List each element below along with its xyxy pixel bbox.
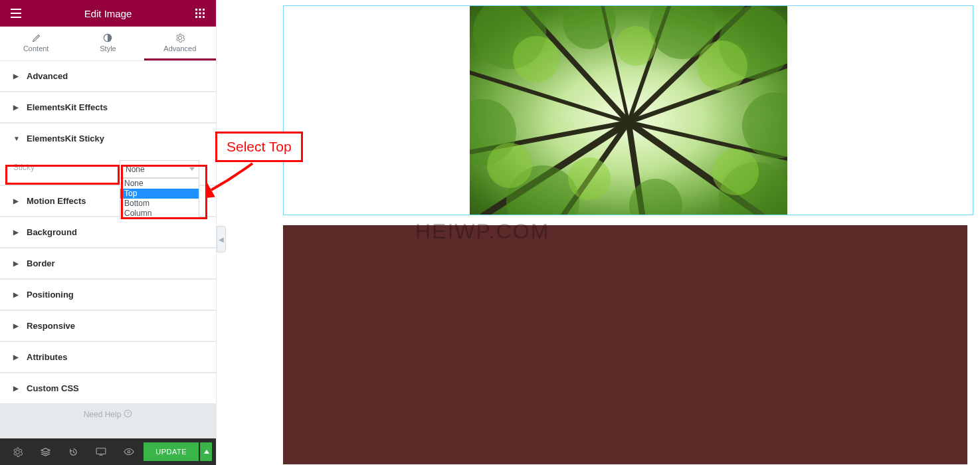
sticky-option-column[interactable]: Column <box>120 209 199 219</box>
svg-point-30 <box>487 143 532 188</box>
section-title: ElementsKit Sticky <box>27 134 104 143</box>
section-title: Border <box>27 258 55 268</box>
pencil-icon <box>31 33 41 43</box>
preview-canvas <box>217 0 980 465</box>
caret-right-icon: ▶ <box>13 72 21 80</box>
section-body-sticky: Sticky None None Top Bottom Column <box>0 153 216 185</box>
panel-tabs: Content Style Advanced <box>0 27 216 61</box>
sticky-option-top[interactable]: Top <box>120 189 199 199</box>
svg-rect-7 <box>199 16 201 18</box>
responsive-button[interactable] <box>88 438 114 465</box>
svg-point-26 <box>616 26 656 66</box>
navigator-button[interactable] <box>32 438 58 465</box>
tab-label: Content <box>23 45 49 52</box>
section-title: ElementsKit Effects <box>27 102 108 112</box>
caret-right-icon: ▶ <box>13 322 21 329</box>
menu-icon[interactable] <box>5 3 27 24</box>
section-title: Motion Effects <box>27 196 86 206</box>
tab-label: Advanced <box>163 45 196 52</box>
sticky-selected-value: None <box>126 165 145 174</box>
svg-rect-6 <box>195 16 197 18</box>
caret-right-icon: ▶ <box>13 197 21 205</box>
section-background-block <box>283 225 967 464</box>
svg-text:?: ? <box>127 411 130 417</box>
image-widget-frame[interactable] <box>283 5 973 215</box>
svg-rect-5 <box>203 13 205 15</box>
preview-button[interactable] <box>116 438 142 465</box>
forest-image <box>470 6 787 215</box>
tab-style[interactable]: Style <box>72 27 144 60</box>
caret-right-icon: ▶ <box>13 104 21 111</box>
section-advanced: ▶ Advanced <box>0 61 216 91</box>
tab-label: Style <box>100 45 116 52</box>
svg-point-27 <box>697 41 747 91</box>
section-title: Attributes <box>27 352 67 362</box>
tab-advanced[interactable]: Advanced <box>144 27 216 60</box>
section-customcss: ▶ Custom CSS <box>0 373 216 403</box>
svg-point-13 <box>128 450 130 453</box>
caret-right-icon: ▶ <box>13 385 21 392</box>
section-header-positioning[interactable]: ▶ Positioning <box>0 280 216 310</box>
contrast-icon <box>102 33 113 43</box>
settings-button[interactable] <box>4 438 31 465</box>
section-header-customcss[interactable]: ▶ Custom CSS <box>0 373 216 403</box>
update-options-button[interactable] <box>200 442 212 461</box>
section-title: Advanced <box>27 71 68 81</box>
need-help-link[interactable]: Need Help ? <box>0 405 216 424</box>
svg-rect-12 <box>96 448 106 454</box>
svg-point-25 <box>513 36 559 82</box>
history-button[interactable] <box>60 438 86 465</box>
caret-right-icon: ▶ <box>13 260 21 267</box>
svg-rect-3 <box>195 13 197 15</box>
update-button[interactable]: UPDATE <box>144 442 199 461</box>
svg-point-28 <box>712 149 759 195</box>
section-header-background[interactable]: ▶ Background <box>0 217 216 247</box>
editor-panel: Edit Image Content Style Advanced <box>0 0 217 465</box>
tab-content[interactable]: Content <box>0 27 72 60</box>
control-label-sticky: Sticky <box>13 160 113 172</box>
section-header-effects[interactable]: ▶ ElementsKit Effects <box>0 92 216 122</box>
section-header-attributes[interactable]: ▶ Attributes <box>0 342 216 372</box>
svg-rect-2 <box>203 9 205 11</box>
need-help-label: Need Help <box>84 410 122 419</box>
section-title: Positioning <box>27 290 74 300</box>
sticky-option-none[interactable]: None <box>120 179 199 189</box>
section-attributes: ▶ Attributes <box>0 342 216 372</box>
section-border: ▶ Border <box>0 248 216 278</box>
section-header-responsive[interactable]: ▶ Responsive <box>0 311 216 341</box>
panel-header: Edit Image <box>0 0 216 27</box>
svg-rect-8 <box>203 16 205 18</box>
section-sticky: ▼ ElementsKit Sticky Sticky None None To… <box>0 124 216 185</box>
panel-title: Edit Image <box>27 8 189 19</box>
section-header-sticky[interactable]: ▼ ElementsKit Sticky <box>0 124 216 153</box>
caret-right-icon: ▶ <box>13 353 21 361</box>
caret-down-icon: ▼ <box>13 135 21 142</box>
caret-right-icon: ▶ <box>13 229 21 236</box>
section-effects: ▶ ElementsKit Effects <box>0 92 216 122</box>
apps-icon[interactable] <box>189 3 211 24</box>
sticky-select[interactable]: None <box>120 160 199 178</box>
collapse-panel-handle[interactable]: ◀ <box>217 226 226 252</box>
caret-right-icon: ▶ <box>13 291 21 298</box>
sticky-option-bottom[interactable]: Bottom <box>120 199 199 209</box>
svg-rect-4 <box>199 13 201 15</box>
section-positioning: ▶ Positioning <box>0 280 216 310</box>
sections-list: ▶ Advanced ▶ ElementsKit Effects ▼ Eleme… <box>0 61 216 438</box>
bottom-bar: UPDATE <box>0 438 216 465</box>
section-responsive: ▶ Responsive <box>0 311 216 341</box>
sticky-dropdown: None Top Bottom Column <box>120 178 199 219</box>
chevron-down-icon <box>189 167 195 171</box>
control-sticky: Sticky None None Top Bottom Column <box>13 160 203 178</box>
help-icon: ? <box>124 409 132 420</box>
section-title: Responsive <box>27 321 75 331</box>
section-title: Background <box>27 227 77 237</box>
section-title: Custom CSS <box>27 383 79 393</box>
section-header-advanced[interactable]: ▶ Advanced <box>0 61 216 91</box>
gear-icon <box>175 33 185 43</box>
section-background: ▶ Background <box>0 217 216 247</box>
section-header-border[interactable]: ▶ Border <box>0 248 216 278</box>
control-input-sticky: None None Top Bottom Column <box>120 160 203 178</box>
svg-point-29 <box>568 157 611 200</box>
svg-rect-1 <box>199 9 201 11</box>
svg-rect-0 <box>195 9 197 11</box>
